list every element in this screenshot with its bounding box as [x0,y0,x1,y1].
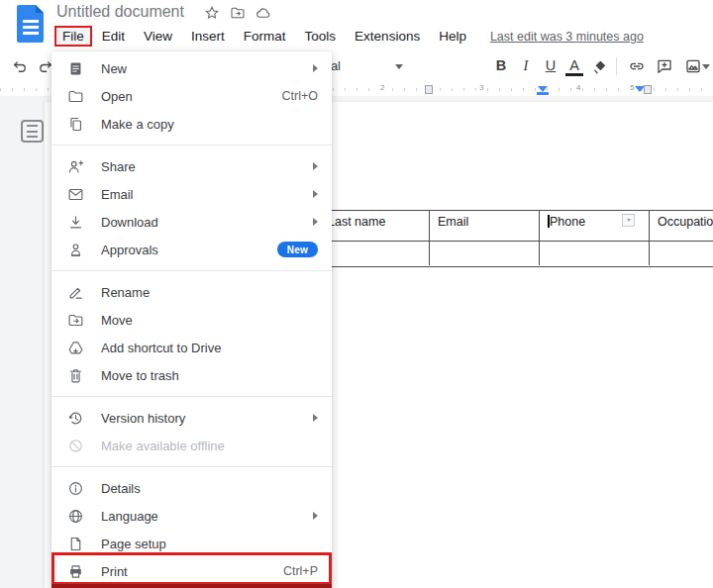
menu-item-details[interactable]: Details [51,474,332,502]
menu-help[interactable]: Help [430,27,475,46]
menu-file[interactable]: File [54,26,92,47]
submenu-arrow-icon [313,414,318,422]
document-title[interactable]: Untitled document [56,3,184,21]
document-table[interactable]: Last name Email Phone Occupation [319,210,713,267]
bold-button[interactable]: B [492,57,510,73]
menu-item-email[interactable]: Email [51,180,332,208]
menu-item-move-to-trash[interactable]: Move to trash [51,361,332,389]
italic-button[interactable]: I [517,57,535,74]
menu-item-download[interactable]: Download [51,208,332,236]
submenu-arrow-icon [313,190,318,198]
right-indent-marker[interactable] [635,86,645,92]
move-to-folder-icon[interactable] [230,5,246,25]
info-icon [67,480,84,497]
annotation-bottom-bar [51,584,332,588]
text-color-button[interactable]: A [565,57,583,76]
table-column-marker[interactable] [644,85,652,94]
left-indent-marker[interactable] [537,92,549,95]
menu-item-language[interactable]: Language [51,502,332,530]
insert-image-caret-icon[interactable] [702,64,710,69]
font-family-caret-icon[interactable] [395,64,403,69]
ruler-number: 2 [378,83,386,92]
table-header-row: Last name Email Phone Occupation [319,211,713,242]
menu-item-new[interactable]: New [51,54,332,82]
menu-view[interactable]: View [135,27,181,46]
header-label: Occupation [658,215,713,229]
offline-icon [67,438,84,454]
submenu-arrow-icon [313,512,318,520]
shortcut-label: Ctrl+O [282,89,318,103]
menu-item-make-a-copy[interactable]: Make a copy [51,110,332,138]
trash-icon [67,367,84,384]
download-icon [67,214,84,231]
google-docs-logo-icon[interactable] [16,4,46,44]
menu-item-version-history[interactable]: Version history [51,404,332,432]
table-cell[interactable] [539,242,649,265]
new-feature-badge: New [277,242,318,257]
approvals-person-icon [67,242,84,258]
insert-image-icon[interactable] [683,56,703,76]
table-cell-menu-icon[interactable] [622,214,635,227]
drive-shortcut-icon [67,340,84,356]
table-cell[interactable] [429,242,539,265]
table-header-phone[interactable]: Phone [539,211,649,241]
file-menu-dropdown: New Open Ctrl+O Make a copy Share Email … [51,51,332,588]
menu-extensions[interactable]: Extensions [346,27,429,46]
copy-icon [67,116,84,133]
open-folder-icon [67,88,84,105]
show-outline-icon[interactable] [21,120,44,143]
submenu-arrow-icon [313,64,318,72]
language-globe-icon [67,508,84,525]
new-document-icon [67,60,84,77]
submenu-arrow-icon [313,218,318,226]
print-highlight-annotation [51,552,332,585]
menu-separator [51,396,332,397]
table-cell[interactable] [319,242,429,265]
table-header-email[interactable]: Email [429,211,539,241]
underline-button[interactable]: U [542,57,560,73]
table-column-marker[interactable] [425,85,433,94]
page-setup-icon [67,536,84,552]
last-edit-link[interactable]: Last edit was 3 minutes ago [490,30,644,44]
table-row [319,242,713,265]
menu-item-add-shortcut-to-drive[interactable]: Add shortcut to Drive [51,334,332,361]
menu-separator [51,145,332,146]
rename-pencil-icon [67,284,84,301]
menu-item-share[interactable]: Share [51,152,332,180]
move-folder-icon [67,312,84,329]
table-header-occupation[interactable]: Occupation [649,211,713,241]
version-history-clock-icon [67,410,84,427]
google-docs-window: Untitled document File Edit View Insert … [0,0,713,588]
menu-insert[interactable]: Insert [182,27,234,46]
menu-format[interactable]: Format [235,27,295,46]
menu-separator [51,466,332,467]
header-label: Last name [328,215,385,229]
ruler-number: 4 [574,83,582,92]
menu-item-approvals[interactable]: Approvals New [51,236,332,263]
star-icon[interactable] [204,5,220,25]
menu-item-open[interactable]: Open Ctrl+O [51,82,332,110]
menu-tools[interactable]: Tools [296,27,346,46]
header-label: Phone [550,215,585,229]
menu-separator [51,270,332,271]
cloud-saved-icon[interactable] [255,5,271,25]
menu-item-make-available-offline: Make available offline [51,432,332,459]
undo-button[interactable] [10,56,30,76]
menu-edit[interactable]: Edit [93,27,134,46]
table-header-last-name[interactable]: Last name [319,211,429,241]
table-cell[interactable] [649,242,713,265]
menu-item-rename[interactable]: Rename [51,278,332,306]
ruler-number: 3 [477,83,485,92]
email-envelope-icon [67,186,84,203]
insert-link-icon[interactable] [627,56,647,76]
share-person-icon [67,158,84,175]
menu-bar: File Edit View Insert Format Tools Exten… [54,26,644,47]
submenu-arrow-icon [313,162,318,170]
toolbar-divider [616,57,617,75]
highlight-pen-icon[interactable] [590,56,610,76]
menu-item-move[interactable]: Move [51,306,332,334]
header-label: Email [438,215,468,229]
title-bar: Untitled document File Edit View Insert … [0,0,713,49]
add-comment-icon[interactable] [655,56,674,76]
